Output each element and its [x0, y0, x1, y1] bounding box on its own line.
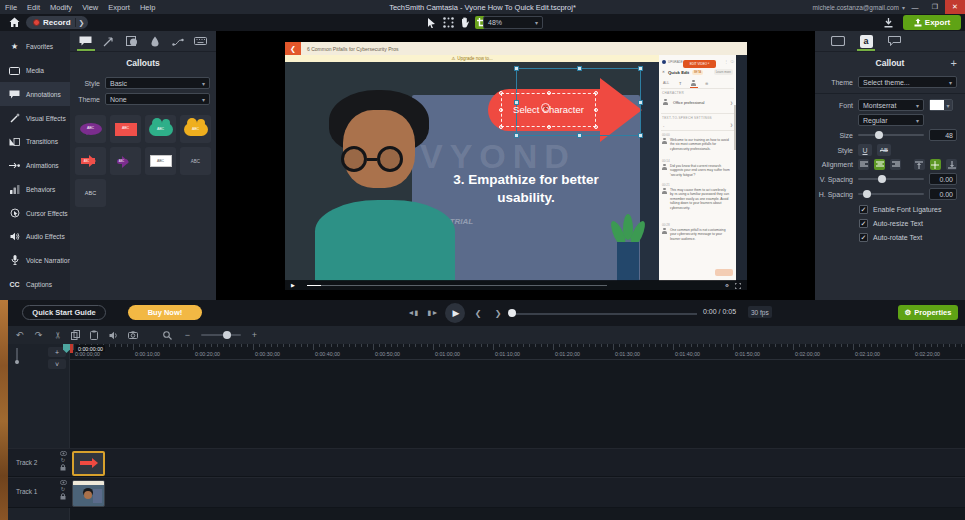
menu-help[interactable]: Help	[135, 3, 160, 12]
align-middle-button[interactable]	[930, 159, 941, 170]
sidebar-item-annotations[interactable]: Annotations	[0, 82, 70, 106]
track-toggle-icons[interactable]: ↻	[58, 480, 68, 500]
menu-file[interactable]: File	[0, 3, 22, 12]
lock-icon[interactable]	[60, 493, 66, 500]
next-clip-button[interactable]: ❯	[491, 307, 505, 319]
font-family-dropdown[interactable]: Montserrat ▾	[858, 99, 924, 111]
text-handle[interactable]	[594, 125, 598, 129]
sidebar-item-media[interactable]: Media	[0, 59, 70, 83]
video-clip[interactable]	[72, 480, 105, 507]
v-spacing-value[interactable]: 0.00	[929, 173, 957, 185]
text-handle[interactable]	[499, 91, 503, 95]
checkbox-font-ligatures[interactable]: ✓ Enable Font Ligatures	[859, 205, 965, 214]
font-size-value[interactable]: 48	[929, 129, 957, 141]
callout-purple-bubble[interactable]: ABC	[75, 115, 106, 143]
account-email[interactable]: michele.costanza@gmail.com	[813, 4, 899, 11]
align-top-button[interactable]	[914, 159, 925, 170]
checkbox-auto-rotate[interactable]: ✓ Auto-rotate Text	[859, 233, 965, 242]
timeline-zoom-slider[interactable]	[201, 334, 241, 336]
v-spacing-slider[interactable]	[858, 178, 924, 180]
zoom-in-button[interactable]: +	[249, 330, 260, 340]
playhead-marker[interactable]	[70, 344, 73, 353]
play-button[interactable]: ▶	[445, 303, 465, 323]
scrubber-handle[interactable]	[508, 309, 516, 317]
tab-callouts[interactable]	[76, 31, 96, 51]
add-preset-icon[interactable]: +	[951, 57, 957, 69]
callout-yellow-cloud[interactable]: ABC	[180, 115, 211, 143]
maximize-button[interactable]: ❐	[925, 0, 945, 14]
transform-tool-icon[interactable]	[441, 16, 455, 29]
font-color-swatch[interactable]: ▾	[929, 99, 953, 111]
style-dropdown[interactable]: Basic ▾	[105, 77, 210, 89]
menu-export[interactable]: Export	[103, 3, 135, 12]
callout-red-speech-rect[interactable]: ABC	[110, 115, 141, 143]
selection-handle[interactable]	[514, 66, 519, 71]
menu-modify[interactable]: Modify	[45, 3, 77, 12]
undo-button[interactable]: ↶	[14, 330, 25, 340]
selection-handle[interactable]	[577, 66, 582, 71]
sidebar-item-voice-narration[interactable]: Voice Narration	[0, 249, 70, 273]
h-spacing-value[interactable]: 0.00	[929, 188, 957, 200]
text-handle[interactable]	[594, 108, 598, 112]
download-icon[interactable]	[884, 18, 893, 28]
anchor-point-icon[interactable]: ✕	[541, 103, 550, 112]
tab-shapes[interactable]	[122, 31, 142, 51]
eye-icon[interactable]	[60, 451, 67, 456]
tab-keystroke[interactable]	[191, 31, 211, 51]
video-preview[interactable]: ❮ 6 Common Pitfalls for Cybersecurity Pr…	[285, 42, 747, 290]
track-row-1[interactable]: Track 1 ↻	[8, 477, 965, 508]
selection-handle[interactable]	[514, 133, 519, 138]
text-handle[interactable]	[499, 125, 503, 129]
text-handle[interactable]	[547, 125, 551, 129]
sidebar-item-visual-effects[interactable]: Visual Effects	[0, 106, 70, 130]
sidebar-item-captions[interactable]: CC Captions	[0, 272, 70, 296]
minimize-button[interactable]: —	[905, 0, 925, 14]
tab-sketch-motion[interactable]	[168, 31, 188, 51]
text-handle[interactable]	[547, 91, 551, 95]
callout-clip[interactable]	[72, 451, 105, 476]
export-button[interactable]: Export	[903, 15, 961, 30]
callout-theme-dropdown[interactable]: Select theme... ▾	[858, 76, 957, 88]
eye-icon[interactable]	[60, 480, 67, 485]
callout-large-text[interactable]: ABC	[75, 179, 106, 207]
sidebar-item-favorites[interactable]: ★ Favorites	[0, 35, 70, 59]
tab-arrows-lines[interactable]	[99, 31, 119, 51]
callout-red-arrow[interactable]: ABC	[75, 147, 106, 175]
callout-white-rect[interactable]: ABC	[145, 147, 176, 175]
sidebar-item-transitions[interactable]: Transitions	[0, 130, 70, 154]
zoom-search-icon[interactable]	[163, 331, 174, 340]
selection-handle[interactable]	[638, 133, 643, 138]
loop-icon[interactable]: ↻	[61, 486, 66, 492]
selection-handle[interactable]	[577, 133, 582, 138]
track-row-2[interactable]: Track 2 ↻	[8, 448, 965, 477]
callout-green-cloud[interactable]: ABC	[145, 115, 176, 143]
track-toggle-icons[interactable]: ↻	[58, 451, 68, 471]
home-icon[interactable]	[9, 17, 20, 28]
scrubber-track[interactable]	[512, 313, 697, 315]
step-back-button[interactable]: ◄▮	[406, 307, 420, 319]
align-right-button[interactable]	[890, 159, 901, 170]
menu-edit[interactable]: Edit	[22, 3, 45, 12]
selection-handle[interactable]	[638, 66, 643, 71]
collapse-tracks-button[interactable]: ˅	[48, 359, 66, 369]
menu-view[interactable]: View	[77, 3, 103, 12]
text-handle[interactable]	[594, 91, 598, 95]
lock-icon[interactable]	[60, 464, 66, 471]
text-handle[interactable]	[499, 108, 503, 112]
audio-button[interactable]	[109, 331, 120, 340]
quick-start-guide-button[interactable]: Quick Start Guide	[22, 305, 106, 320]
pan-hand-icon[interactable]	[458, 16, 472, 29]
selection-handle[interactable]	[638, 100, 643, 105]
tab-blur-highlight[interactable]	[145, 31, 165, 51]
copy-button[interactable]	[71, 330, 82, 340]
properties-button[interactable]: ⚙ Properties	[898, 305, 958, 320]
sidebar-item-cursor-effects[interactable]: Cursor Effects	[0, 201, 70, 225]
cursor-tool-icon[interactable]	[424, 16, 438, 29]
tab-text-properties[interactable]: a	[857, 31, 875, 51]
font-size-slider[interactable]	[858, 134, 924, 136]
tab-callout-properties[interactable]	[885, 31, 903, 51]
checkbox-auto-resize[interactable]: ✓ Auto-resize Text	[859, 219, 965, 228]
cut-button[interactable]: ✂	[53, 330, 63, 341]
tab-visual-properties[interactable]	[829, 31, 847, 51]
callout-purple-arrow[interactable]: ABC	[110, 147, 141, 175]
